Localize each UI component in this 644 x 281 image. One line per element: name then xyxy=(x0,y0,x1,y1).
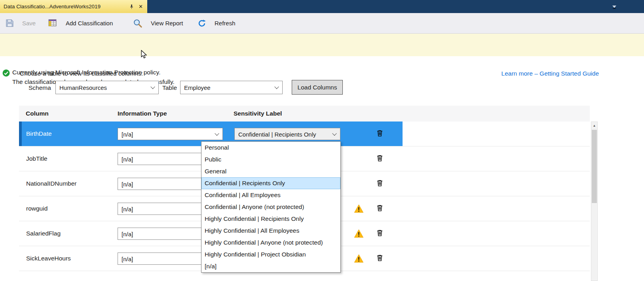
trash-icon xyxy=(376,129,383,137)
information-type-value: [n/a] xyxy=(122,156,133,162)
grid-header-sensitivity-label: Sensitivity Label xyxy=(234,110,282,117)
choose-table-label: Choose a table to view its classified co… xyxy=(20,70,143,77)
refresh-icon xyxy=(198,19,206,28)
chevron-down-icon xyxy=(274,85,279,89)
document-tab-strip: Data Classificatio...AdventureWorks2019 … xyxy=(0,0,644,13)
warning-icon xyxy=(354,229,364,238)
information-type-select[interactable]: [n/a] xyxy=(118,128,223,140)
save-label: Save xyxy=(22,20,36,27)
dropdown-item-selected[interactable]: Confidential | Recipients Only xyxy=(201,177,340,189)
column-name: BirthDate xyxy=(26,130,52,137)
delete-classification-button[interactable] xyxy=(376,253,384,264)
add-classification-button[interactable]: Add Classification xyxy=(45,13,116,33)
close-icon[interactable]: ✕ xyxy=(138,3,144,10)
dropdown-item[interactable]: Highly Confidential | Recipients Only xyxy=(201,213,340,225)
add-classification-label: Add Classification xyxy=(66,20,113,27)
dropdown-item[interactable]: Confidential | Anyone (not protected) xyxy=(201,201,340,213)
trash-icon xyxy=(376,254,383,262)
pin-icon[interactable] xyxy=(129,4,135,10)
load-columns-button[interactable]: Load Columns xyxy=(292,80,343,95)
dropdown-item[interactable]: Highly Confidential | All Employees xyxy=(201,225,340,237)
tab-overflow-chevron-icon[interactable] xyxy=(612,6,616,9)
sensitivity-label-dropdown: Personal Public General Confidential | R… xyxy=(201,141,341,273)
tab-title: Data Classificatio...AdventureWorks2019 xyxy=(4,4,125,9)
grid-header-row: Column Information Type Sensitivity Labe… xyxy=(19,106,590,122)
grid-header-column: Column xyxy=(26,110,49,117)
sensitivity-label-value: Confidential | Recipients Only xyxy=(238,131,316,137)
vertical-scrollbar[interactable]: ▲ xyxy=(591,122,598,281)
information-type-value: [n/a] xyxy=(122,131,133,137)
mouse-cursor xyxy=(141,50,147,59)
refresh-button[interactable]: Refresh xyxy=(194,13,239,33)
grid-header-information-type: Information Type xyxy=(118,110,167,117)
learn-more-link[interactable]: Learn more – Getting Started Guide xyxy=(502,70,599,77)
view-report-label: View Report xyxy=(151,20,183,27)
trash-icon xyxy=(376,154,383,162)
save-button[interactable]: Save xyxy=(2,13,39,33)
dropdown-item[interactable]: Public xyxy=(201,154,340,165)
dropdown-item[interactable]: Highly Confidential | Project Obsidian xyxy=(201,249,340,260)
information-type-value: [n/a] xyxy=(122,230,133,237)
magnifier-icon xyxy=(133,19,142,28)
column-name: JobTitle xyxy=(26,155,47,162)
trash-icon xyxy=(376,179,383,187)
pin-icon xyxy=(129,4,134,9)
table-select[interactable]: Employee xyxy=(180,81,283,94)
warning-icon xyxy=(354,204,364,213)
schema-value: HumanResources xyxy=(59,84,107,91)
dropdown-item[interactable]: [n/a] xyxy=(201,260,340,272)
status-bar: Currently using Microsoft Information Pr… xyxy=(0,34,644,56)
column-name: SalariedFlag xyxy=(26,230,61,237)
table-label: Table xyxy=(162,84,177,91)
column-name: NationalIDNumber xyxy=(26,180,77,187)
dropdown-item[interactable]: Highly Confidential | Anyone (not protec… xyxy=(201,237,340,249)
chevron-down-icon xyxy=(215,131,219,135)
scroll-up-icon[interactable]: ▲ xyxy=(591,122,597,129)
dropdown-item[interactable]: Personal xyxy=(201,142,340,154)
scrollbar-thumb[interactable] xyxy=(592,130,597,203)
toolbar: Save Add Classification View Report xyxy=(0,13,644,34)
schema-select[interactable]: HumanResources xyxy=(55,81,159,94)
information-type-value: [n/a] xyxy=(122,205,133,212)
information-type-value: [n/a] xyxy=(122,255,133,262)
refresh-label: Refresh xyxy=(215,20,236,27)
chevron-down-icon xyxy=(332,131,336,135)
dropdown-item[interactable]: Confidential | All Employees xyxy=(201,189,340,201)
sensitivity-label-select[interactable]: Confidential | Recipients Only xyxy=(234,128,340,140)
information-type-value: [n/a] xyxy=(122,180,133,187)
view-report-button[interactable]: View Report xyxy=(130,13,186,33)
add-classification-icon xyxy=(48,19,57,28)
schema-label: Schema xyxy=(28,84,51,91)
success-check-icon xyxy=(2,69,10,77)
tab-data-classification[interactable]: Data Classificatio...AdventureWorks2019 … xyxy=(0,0,147,13)
delete-classification-button[interactable] xyxy=(376,154,384,164)
chevron-down-icon xyxy=(150,85,155,89)
delete-classification-button[interactable] xyxy=(376,129,384,139)
trash-icon xyxy=(376,229,383,237)
table-value: Employee xyxy=(184,84,211,91)
delete-classification-button[interactable] xyxy=(376,178,384,189)
warning-icon xyxy=(354,254,364,263)
trash-icon xyxy=(376,204,383,212)
delete-classification-button[interactable] xyxy=(376,228,384,239)
dropdown-item[interactable]: General xyxy=(201,165,340,177)
save-icon xyxy=(6,19,14,27)
delete-classification-button[interactable] xyxy=(376,203,384,214)
column-name: rowguid xyxy=(26,205,47,212)
column-name: SickLeaveHours xyxy=(26,255,71,262)
data-classification-window: Data Classificatio...AdventureWorks2019 … xyxy=(0,0,644,281)
